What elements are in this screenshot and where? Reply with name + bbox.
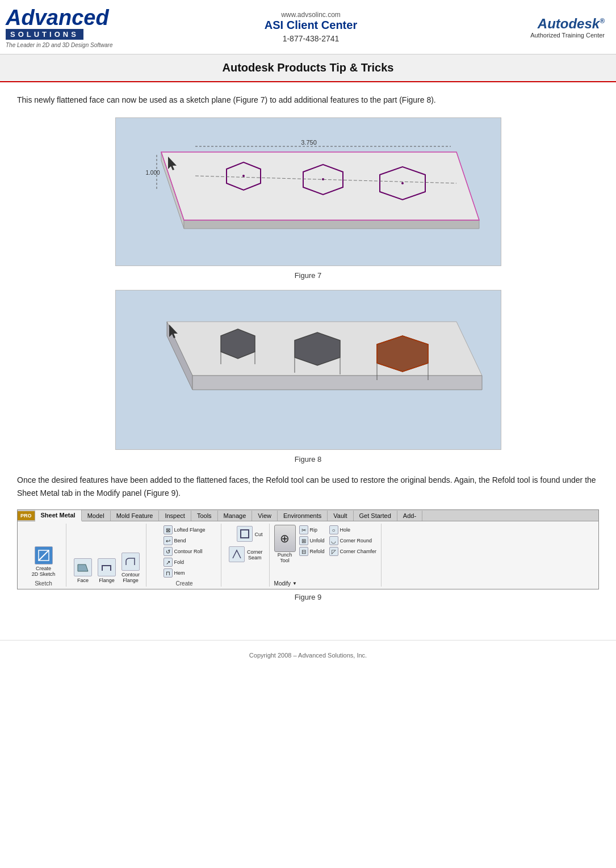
body-paragraph: Once the desired features have been adde… [17, 474, 599, 499]
corner-round-icon: ◡ [329, 536, 338, 545]
corner-chamfer-tool[interactable]: ◸ Corner Chamfer [328, 546, 378, 557]
corner-seam-tool[interactable]: CornerSeam [227, 545, 265, 564]
tab-view[interactable]: View [252, 511, 278, 521]
create-2d-sketch-label: Create2D Sketch [32, 566, 56, 577]
modify-holes-col: ○ Hole ◡ Corner Round ◸ Corner Chamfer [328, 525, 378, 557]
tab-pro[interactable]: PRO [18, 511, 35, 520]
punch-tool[interactable]: ⊕ PunchTool [274, 525, 296, 563]
contour-roll-tool[interactable]: ↺ Contour Roll [162, 546, 204, 557]
sketch-tools: Create2D Sketch [30, 524, 57, 579]
lofted-flange-icon: ⊠ [164, 525, 173, 534]
ribbon-body: Create2D Sketch Sketch Face [18, 521, 598, 589]
modify-group-label: Modify [274, 580, 291, 587]
create-2d-sketch-tool[interactable]: Create2D Sketch [30, 545, 57, 578]
hem-label: Hem [174, 570, 185, 576]
footer-text: Copyright 2008 – Advanced Solutions, Inc… [249, 652, 367, 659]
corner-round-tool[interactable]: ◡ Corner Round [328, 536, 378, 546]
client-center-title: ASI Client Center [131, 19, 491, 32]
face-tool[interactable]: Face [72, 557, 94, 584]
rip-tool[interactable]: ✂ Rip [298, 525, 326, 535]
bend-tool[interactable]: ↩ Bend [162, 536, 187, 546]
main-content: This newly flattened face can now be use… [0, 82, 616, 623]
tab-add[interactable]: Add- [397, 511, 422, 521]
svg-point-10 [242, 175, 245, 177]
modify-right-col: ✂ Rip ⊞ Unfold ⊟ Refold [298, 525, 326, 557]
svg-text:3.750: 3.750 [301, 139, 317, 146]
fold-tool[interactable]: ↗ Fold [162, 557, 186, 567]
header: Advanced SOLUTIONS The Leader in 2D and … [0, 0, 616, 54]
figure9-container: PRO Sheet Metal Model Mold Feature Inspe… [17, 509, 599, 601]
autodesk-brand-name: Autodesk® [538, 16, 605, 32]
figure8-image [115, 290, 501, 450]
hem-icon: ⊓ [164, 568, 173, 578]
svg-line-33 [39, 550, 49, 561]
rip-icon: ✂ [299, 525, 308, 534]
lofted-flange-label: Lofted Flange [174, 527, 206, 533]
hole-label: Hole [340, 527, 351, 533]
figure7-image: 3.750 1.000 [115, 117, 501, 266]
autodesk-subtitle: Authorized Training Center [530, 32, 605, 39]
modify-dropdown-arrow[interactable]: ▼ [292, 581, 297, 586]
create-group-label: Create [176, 580, 193, 587]
create-tools: ⊠ Lofted Flange ↩ Bend ↺ Contour Roll [162, 524, 207, 579]
intro-paragraph: This newly flattened face can now be use… [17, 94, 599, 106]
figure7-svg: 3.750 1.000 [116, 118, 501, 266]
ribbon-face-flange-group: Face Flange [68, 524, 146, 587]
cut-tool[interactable]: Cut [235, 525, 265, 544]
unfold-label: Unfold [310, 538, 325, 543]
tab-tools[interactable]: Tools [191, 511, 218, 521]
header-center: www.advsolinc.com ASI Client Center 1-87… [131, 11, 491, 43]
ribbon-ui: PRO Sheet Metal Model Mold Feature Inspe… [17, 509, 599, 589]
unfold-tool[interactable]: ⊞ Unfold [298, 536, 326, 546]
cut-icon [237, 526, 253, 542]
contour-roll-icon: ↺ [164, 547, 173, 556]
ribbon-tab-row: PRO Sheet Metal Model Mold Feature Inspe… [18, 510, 598, 521]
fold-icon: ↗ [164, 558, 173, 567]
cut-tools: Cut CornerSeam [227, 524, 265, 587]
hole-icon: ○ [329, 525, 338, 534]
hem-tool[interactable]: ⊓ Hem [162, 568, 186, 578]
create-2d-sketch-icon [35, 546, 53, 564]
tab-inspect[interactable]: Inspect [159, 511, 191, 521]
contour-roll-label: Contour Roll [174, 549, 203, 554]
punch-tool-label: PunchTool [274, 552, 296, 563]
hole-tool[interactable]: ○ Hole [328, 525, 378, 535]
tab-sheet-metal[interactable]: Sheet Metal [35, 510, 82, 521]
ribbon-modify-group: ⊕ PunchTool ✂ Rip ⊞ Unfold [271, 524, 382, 587]
logo-advanced-text: Advanced [6, 6, 109, 30]
corner-round-label: Corner Round [340, 538, 372, 543]
svg-point-14 [401, 182, 404, 184]
logo-solutions-text: SOLUTIONS [6, 29, 83, 40]
tab-mold-feature[interactable]: Mold Feature [111, 511, 160, 521]
corner-chamfer-label: Corner Chamfer [340, 549, 377, 554]
website-url: www.advsolinc.com [131, 11, 491, 19]
face-icon [74, 558, 92, 576]
figure8-svg [116, 290, 501, 449]
flange-tool[interactable]: Flange [96, 557, 118, 584]
logo-tagline: The Leader in 2D and 3D Design Software [6, 42, 112, 48]
lofted-flange-tool[interactable]: ⊠ Lofted Flange [162, 525, 207, 535]
ribbon-sketch-group: Create2D Sketch Sketch [21, 524, 66, 587]
modify-group-label-row: Modify ▼ [274, 580, 378, 587]
flange-label: Flange [99, 578, 115, 583]
face-label: Face [77, 578, 89, 583]
bend-icon: ↩ [164, 536, 173, 545]
contour-flange-label: ContourFlange [121, 572, 140, 583]
figure8-caption: Figure 8 [17, 455, 599, 464]
phone-number: 1-877-438-2741 [131, 34, 491, 43]
contour-flange-icon [121, 553, 140, 571]
sketch-group-label: Sketch [35, 580, 52, 587]
tab-environments[interactable]: Environments [278, 511, 328, 521]
page-footer: Copyright 2008 – Advanced Solutions, Inc… [0, 640, 616, 664]
contour-flange-tool[interactable]: ContourFlange [120, 551, 141, 584]
ribbon-cut-group: Cut CornerSeam [223, 524, 270, 587]
tab-manage[interactable]: Manage [218, 511, 253, 521]
svg-marker-21 [221, 329, 255, 359]
ribbon-create-group: ⊠ Lofted Flange ↩ Bend ↺ Contour Roll [148, 524, 221, 587]
corner-seam-icon [229, 546, 245, 562]
tab-vault[interactable]: Vault [328, 511, 353, 521]
refold-tool[interactable]: ⊟ Refold [298, 546, 326, 557]
tab-get-started[interactable]: Get Started [354, 511, 397, 521]
flange-icon [98, 558, 116, 576]
tab-model[interactable]: Model [82, 511, 111, 521]
